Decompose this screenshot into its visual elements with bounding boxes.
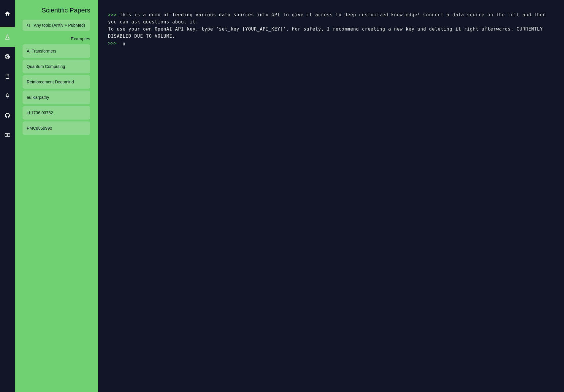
search-input[interactable]: [34, 23, 86, 28]
example-item[interactable]: au:Karpathy: [23, 91, 90, 104]
cursor-icon: ▯: [123, 42, 126, 46]
svg-point-3: [27, 24, 30, 26]
sidebar: Scientific Papers Examples AI Transforme…: [15, 0, 98, 392]
example-item[interactable]: id:1706.03762: [23, 106, 90, 120]
search-icon: [26, 23, 31, 28]
rail-github[interactable]: [0, 106, 15, 125]
rail-papers[interactable]: [0, 27, 15, 47]
rail-google[interactable]: [0, 47, 15, 66]
flask-icon: [4, 34, 10, 40]
nav-rail: [0, 0, 15, 392]
terminal-input-line[interactable]: >>> ▯: [108, 40, 554, 47]
rail-youtube[interactable]: [0, 125, 15, 145]
rail-mic[interactable]: [0, 86, 15, 106]
example-item[interactable]: Reinforcement Deepmind: [23, 75, 90, 89]
terminal-prompt: >>>: [108, 12, 117, 18]
search-box[interactable]: [23, 20, 90, 31]
bookmark-icon: [4, 73, 10, 79]
github-icon: [4, 112, 10, 118]
terminal-prompt: >>>: [108, 41, 117, 46]
youtube-icon: [4, 132, 10, 138]
examples-label: Examples: [23, 36, 90, 41]
sidebar-title: Scientific Papers: [23, 7, 90, 14]
google-icon: [4, 54, 10, 60]
rail-home[interactable]: [0, 0, 15, 27]
svg-rect-1: [7, 94, 8, 97]
example-item[interactable]: PMC8859990: [23, 121, 90, 135]
example-item[interactable]: AI Transformers: [23, 44, 90, 58]
terminal-welcome: This is a demo of feeding various data s…: [108, 12, 549, 39]
example-item[interactable]: Quantum Computing: [23, 60, 90, 73]
rail-bookmark[interactable]: [0, 66, 15, 86]
home-icon: [4, 11, 10, 17]
mic-icon: [4, 93, 10, 99]
terminal[interactable]: >>> This is a demo of feeding various da…: [98, 0, 564, 392]
terminal-line: >>> This is a demo of feeding various da…: [108, 11, 554, 40]
